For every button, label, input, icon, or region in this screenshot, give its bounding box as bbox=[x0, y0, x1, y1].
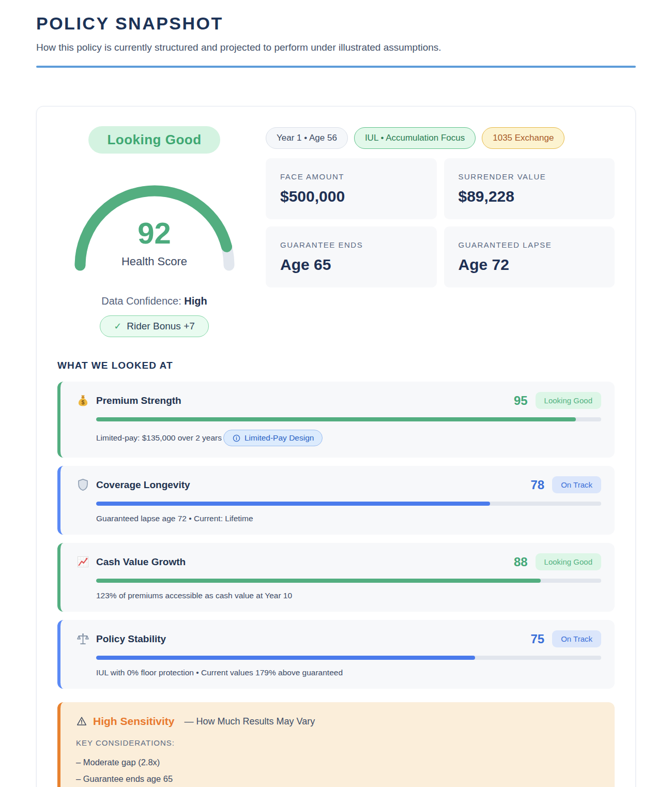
key-considerations-label: KEY CONSIDERATIONS: bbox=[76, 738, 599, 747]
consideration-item: – Moderate gap (2.8x) bbox=[76, 754, 599, 770]
stat-value: $89,228 bbox=[459, 188, 601, 205]
sensitivity-warning-box: High Sensitivity — How Much Results May … bbox=[57, 702, 615, 787]
progress-fill bbox=[96, 502, 490, 506]
progress-fill bbox=[96, 656, 475, 660]
pill-1035-exchange: 1035 Exchange bbox=[482, 127, 564, 149]
metric-coverage-longevity: Coverage Longevity 78 On Track Guarantee… bbox=[57, 466, 615, 535]
data-confidence: Data Confidence: High bbox=[101, 295, 207, 307]
metric-policy-stability: Policy Stability 75 On Track IUL with 0%… bbox=[57, 620, 615, 689]
stat-guarantee-ends: GUARANTEE ENDS Age 65 bbox=[266, 226, 437, 287]
metric-detail-text: 123% of premiums accessible as cash valu… bbox=[96, 591, 292, 600]
overview-section: Looking Good 92 Health Score Data Confid… bbox=[57, 126, 615, 337]
metric-title: Cash Value Growth bbox=[96, 556, 186, 568]
stat-value: Age 72 bbox=[459, 256, 601, 274]
progress-fill bbox=[96, 579, 541, 583]
policy-snapshot-card: Looking Good 92 Health Score Data Confid… bbox=[36, 106, 636, 787]
metric-status-badge: Looking Good bbox=[536, 392, 601, 409]
progress-track bbox=[96, 417, 601, 421]
check-icon: ✓ bbox=[114, 321, 121, 332]
health-score-column: Looking Good 92 Health Score Data Confid… bbox=[57, 126, 251, 337]
metric-cash-value-growth: Cash Value Growth 88 Looking Good 123% o… bbox=[57, 543, 615, 612]
stat-surrender-value: SURRENDER VALUE $89,228 bbox=[444, 158, 615, 219]
progress-track bbox=[96, 502, 601, 506]
metric-title: Premium Strength bbox=[96, 395, 181, 406]
info-icon bbox=[232, 434, 241, 443]
stat-guaranteed-lapse: GUARANTEED LAPSE Age 72 bbox=[444, 226, 615, 287]
warning-triangle-icon bbox=[76, 716, 87, 727]
progress-fill bbox=[96, 417, 576, 421]
metric-status-badge: On Track bbox=[552, 630, 601, 647]
health-score-label: Health Score bbox=[72, 255, 237, 268]
sensitivity-title: High Sensitivity bbox=[93, 715, 175, 728]
metric-detail-text: Guaranteed lapse age 72 • Current: Lifet… bbox=[96, 514, 253, 523]
policy-stats-grid: FACE AMOUNT $500,000 SURRENDER VALUE $89… bbox=[266, 158, 615, 287]
policy-details-column: Year 1 • Age 56 IUL • Accumulation Focus… bbox=[266, 126, 615, 337]
metrics-list: $ Premium Strength 95 Looking Good Limit… bbox=[57, 382, 615, 689]
shield-icon bbox=[76, 478, 90, 492]
metric-title: Policy Stability bbox=[96, 633, 166, 645]
metric-score: 78 bbox=[530, 478, 544, 492]
page-title: POLICY SNAPSHOT bbox=[36, 13, 636, 34]
balance-scale-icon bbox=[76, 632, 90, 646]
health-score-value: 92 bbox=[72, 216, 237, 250]
context-pills: Year 1 • Age 56 IUL • Accumulation Focus… bbox=[266, 127, 615, 149]
stat-face-amount: FACE AMOUNT $500,000 bbox=[266, 158, 437, 219]
consideration-item: – Guarantee ends age 65 bbox=[76, 770, 599, 787]
stat-label: GUARANTEE ENDS bbox=[280, 240, 422, 249]
stat-label: GUARANTEED LAPSE bbox=[459, 240, 601, 249]
tag-label: Limited-Pay Design bbox=[245, 433, 314, 443]
data-confidence-value: High bbox=[184, 295, 207, 307]
stat-label: SURRENDER VALUE bbox=[459, 172, 601, 181]
health-score-gauge: 92 Health Score bbox=[72, 180, 237, 274]
metric-premium-strength: $ Premium Strength 95 Looking Good Limit… bbox=[57, 382, 615, 458]
key-considerations-list: – Moderate gap (2.8x) – Guarantee ends a… bbox=[76, 754, 599, 787]
progress-track bbox=[96, 656, 601, 660]
pill-year-age: Year 1 • Age 56 bbox=[266, 127, 348, 149]
money-bag-icon: $ bbox=[76, 394, 90, 407]
limited-pay-design-tag[interactable]: Limited-Pay Design bbox=[223, 430, 323, 446]
data-confidence-label: Data Confidence: bbox=[101, 295, 181, 307]
metric-status-badge: On Track bbox=[552, 476, 601, 493]
title-divider bbox=[36, 66, 636, 68]
sensitivity-subtitle: — How Much Results May Vary bbox=[185, 716, 315, 727]
stat-value: $500,000 bbox=[280, 188, 422, 205]
policy-snapshot-page: POLICY SNAPSHOT How this policy is curre… bbox=[0, 0, 672, 787]
rider-bonus-badge: ✓ Rider Bonus +7 bbox=[100, 315, 209, 337]
metric-score: 88 bbox=[514, 555, 528, 569]
metric-title: Coverage Longevity bbox=[96, 479, 190, 491]
chart-up-icon bbox=[76, 555, 90, 569]
pill-policy-type: IUL • Accumulation Focus bbox=[354, 127, 476, 149]
page-subtitle: How this policy is currently structured … bbox=[36, 42, 636, 53]
stat-label: FACE AMOUNT bbox=[280, 172, 422, 181]
status-badge: Looking Good bbox=[88, 126, 220, 154]
metric-detail-text: Limited-pay: $135,000 over 2 years bbox=[96, 433, 222, 443]
metric-score: 95 bbox=[514, 394, 528, 408]
metric-status-badge: Looking Good bbox=[536, 553, 601, 570]
metric-score: 75 bbox=[530, 632, 544, 646]
metrics-section-heading: WHAT WE LOOKED AT bbox=[57, 360, 615, 371]
stat-value: Age 65 bbox=[280, 256, 422, 274]
svg-text:$: $ bbox=[82, 399, 85, 405]
progress-track bbox=[96, 579, 601, 583]
rider-bonus-label: Rider Bonus +7 bbox=[127, 321, 195, 332]
metric-detail-text: IUL with 0% floor protection • Current v… bbox=[96, 668, 343, 677]
